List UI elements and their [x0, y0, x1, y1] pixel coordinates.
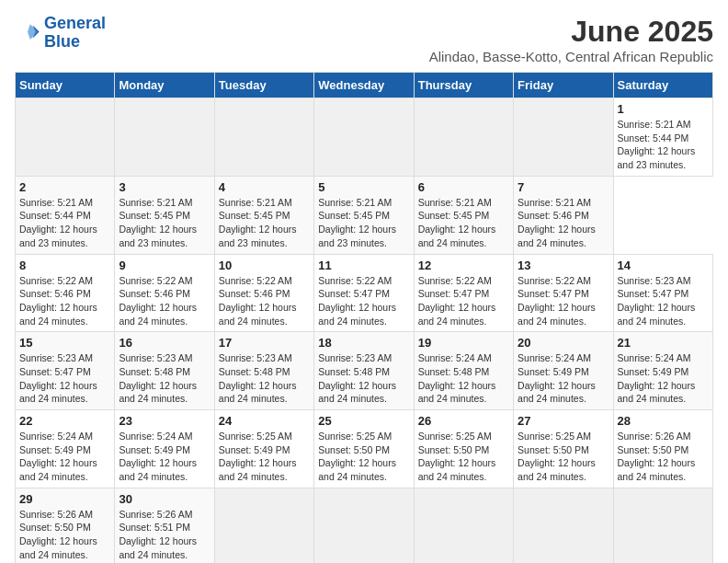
day-info: Sunrise: 5:26 AM Sunset: 5:51 PM Dayligh…	[119, 508, 210, 562]
day-info: Sunrise: 5:23 AM Sunset: 5:47 PM Dayligh…	[618, 274, 709, 328]
calendar-header-thursday: Thursday	[414, 73, 513, 98]
calendar-week-4: 15 Sunrise: 5:23 AM Sunset: 5:47 PM Dayl…	[16, 332, 713, 410]
day-info: Sunrise: 5:24 AM Sunset: 5:49 PM Dayligh…	[119, 430, 210, 484]
day-cell-12: 12 Sunrise: 5:22 AM Sunset: 5:47 PM Dayl…	[414, 254, 513, 332]
day-info: Sunrise: 5:26 AM Sunset: 5:50 PM Dayligh…	[19, 508, 110, 562]
day-info: Sunrise: 5:21 AM Sunset: 5:45 PM Dayligh…	[418, 196, 509, 250]
day-number: 30	[119, 492, 210, 506]
day-number: 1	[618, 102, 709, 116]
empty-cell	[414, 98, 513, 177]
day-number: 24	[219, 414, 310, 428]
day-info: Sunrise: 5:24 AM Sunset: 5:49 PM Dayligh…	[19, 430, 110, 484]
day-info: Sunrise: 5:25 AM Sunset: 5:49 PM Dayligh…	[219, 430, 310, 484]
day-number: 18	[318, 336, 409, 350]
empty-cell	[613, 488, 712, 563]
day-cell-6: 6 Sunrise: 5:21 AM Sunset: 5:45 PM Dayli…	[414, 176, 513, 254]
calendar-header-friday: Friday	[514, 73, 613, 98]
calendar-week-6: 29 Sunrise: 5:26 AM Sunset: 5:50 PM Dayl…	[16, 488, 713, 563]
logo-icon	[15, 20, 40, 46]
day-number: 21	[618, 336, 709, 350]
svg-marker-2	[28, 24, 38, 40]
day-info: Sunrise: 5:22 AM Sunset: 5:47 PM Dayligh…	[318, 274, 409, 328]
day-cell-24: 24 Sunrise: 5:25 AM Sunset: 5:49 PM Dayl…	[214, 410, 313, 488]
day-number: 4	[219, 180, 310, 194]
day-info: Sunrise: 5:24 AM Sunset: 5:49 PM Dayligh…	[618, 351, 709, 406]
logo-text: General Blue	[44, 15, 106, 52]
month-title: June 2025	[429, 15, 713, 49]
day-info: Sunrise: 5:21 AM Sunset: 5:44 PM Dayligh…	[19, 196, 110, 250]
calendar-header-saturday: Saturday	[613, 73, 712, 98]
day-info: Sunrise: 5:22 AM Sunset: 5:46 PM Dayligh…	[119, 274, 210, 328]
day-info: Sunrise: 5:23 AM Sunset: 5:48 PM Dayligh…	[318, 351, 409, 406]
calendar-header-row: SundayMondayTuesdayWednesdayThursdayFrid…	[16, 73, 713, 98]
day-info: Sunrise: 5:21 AM Sunset: 5:44 PM Dayligh…	[618, 118, 709, 172]
day-cell-29: 29 Sunrise: 5:26 AM Sunset: 5:50 PM Dayl…	[16, 488, 115, 563]
day-number: 9	[119, 259, 210, 272]
day-cell-19: 19 Sunrise: 5:24 AM Sunset: 5:48 PM Dayl…	[414, 332, 513, 410]
day-cell-3: 3 Sunrise: 5:21 AM Sunset: 5:45 PM Dayli…	[115, 176, 214, 254]
logo: General Blue	[15, 15, 106, 52]
day-number: 16	[119, 336, 210, 350]
day-info: Sunrise: 5:21 AM Sunset: 5:46 PM Dayligh…	[518, 196, 609, 250]
empty-cell	[414, 488, 513, 563]
day-cell-23: 23 Sunrise: 5:24 AM Sunset: 5:49 PM Dayl…	[115, 410, 214, 488]
day-cell-17: 17 Sunrise: 5:23 AM Sunset: 5:48 PM Dayl…	[214, 332, 313, 410]
day-cell-5: 5 Sunrise: 5:21 AM Sunset: 5:45 PM Dayli…	[314, 176, 414, 254]
day-number: 19	[418, 336, 509, 350]
empty-cell	[214, 488, 313, 563]
empty-cell	[314, 488, 414, 563]
day-info: Sunrise: 5:24 AM Sunset: 5:49 PM Dayligh…	[518, 351, 609, 406]
day-cell-18: 18 Sunrise: 5:23 AM Sunset: 5:48 PM Dayl…	[314, 332, 414, 410]
calendar-header-monday: Monday	[115, 73, 214, 98]
day-info: Sunrise: 5:22 AM Sunset: 5:46 PM Dayligh…	[19, 274, 110, 328]
day-number: 11	[318, 259, 409, 272]
day-number: 10	[219, 259, 310, 272]
day-number: 23	[119, 414, 210, 428]
day-cell-16: 16 Sunrise: 5:23 AM Sunset: 5:48 PM Dayl…	[115, 332, 214, 410]
day-cell-2: 2 Sunrise: 5:21 AM Sunset: 5:44 PM Dayli…	[16, 176, 115, 254]
day-cell-8: 8 Sunrise: 5:22 AM Sunset: 5:46 PM Dayli…	[16, 254, 115, 332]
day-cell-15: 15 Sunrise: 5:23 AM Sunset: 5:47 PM Dayl…	[16, 332, 115, 410]
day-cell-1: 1 Sunrise: 5:21 AM Sunset: 5:44 PM Dayli…	[613, 98, 712, 177]
day-info: Sunrise: 5:22 AM Sunset: 5:47 PM Dayligh…	[518, 274, 609, 328]
day-info: Sunrise: 5:21 AM Sunset: 5:45 PM Dayligh…	[119, 196, 210, 250]
day-cell-11: 11 Sunrise: 5:22 AM Sunset: 5:47 PM Dayl…	[314, 254, 414, 332]
day-number: 5	[318, 180, 409, 194]
calendar-week-2: 2 Sunrise: 5:21 AM Sunset: 5:44 PM Dayli…	[16, 176, 713, 254]
day-cell-25: 25 Sunrise: 5:25 AM Sunset: 5:50 PM Dayl…	[314, 410, 414, 488]
day-number: 3	[119, 180, 210, 194]
day-info: Sunrise: 5:25 AM Sunset: 5:50 PM Dayligh…	[518, 430, 609, 484]
day-cell-13: 13 Sunrise: 5:22 AM Sunset: 5:47 PM Dayl…	[514, 254, 613, 332]
day-cell-21: 21 Sunrise: 5:24 AM Sunset: 5:49 PM Dayl…	[613, 332, 712, 410]
empty-cell	[16, 98, 115, 177]
day-number: 29	[19, 492, 110, 506]
calendar-header-tuesday: Tuesday	[214, 73, 313, 98]
day-cell-4: 4 Sunrise: 5:21 AM Sunset: 5:45 PM Dayli…	[214, 176, 313, 254]
day-info: Sunrise: 5:23 AM Sunset: 5:47 PM Dayligh…	[19, 351, 110, 406]
calendar-table: SundayMondayTuesdayWednesdayThursdayFrid…	[15, 72, 713, 563]
day-number: 22	[19, 414, 110, 428]
location-title: Alindao, Basse-Kotto, Central African Re…	[429, 49, 713, 64]
day-cell-9: 9 Sunrise: 5:22 AM Sunset: 5:46 PM Dayli…	[115, 254, 214, 332]
title-area: June 2025 Alindao, Basse-Kotto, Central …	[429, 15, 713, 64]
day-cell-20: 20 Sunrise: 5:24 AM Sunset: 5:49 PM Dayl…	[514, 332, 613, 410]
day-cell-28: 28 Sunrise: 5:26 AM Sunset: 5:50 PM Dayl…	[613, 410, 712, 488]
day-number: 6	[418, 180, 509, 194]
header: General Blue June 2025 Alindao, Basse-Ko…	[15, 15, 713, 64]
day-cell-7: 7 Sunrise: 5:21 AM Sunset: 5:46 PM Dayli…	[514, 176, 613, 254]
day-info: Sunrise: 5:24 AM Sunset: 5:48 PM Dayligh…	[418, 351, 509, 406]
day-number: 2	[19, 180, 110, 194]
empty-cell	[514, 98, 613, 177]
day-info: Sunrise: 5:23 AM Sunset: 5:48 PM Dayligh…	[219, 351, 310, 406]
day-number: 14	[618, 259, 709, 272]
day-cell-26: 26 Sunrise: 5:25 AM Sunset: 5:50 PM Dayl…	[414, 410, 513, 488]
day-cell-22: 22 Sunrise: 5:24 AM Sunset: 5:49 PM Dayl…	[16, 410, 115, 488]
empty-cell	[214, 98, 313, 177]
day-number: 8	[19, 259, 110, 272]
day-info: Sunrise: 5:21 AM Sunset: 5:45 PM Dayligh…	[219, 196, 310, 250]
day-info: Sunrise: 5:26 AM Sunset: 5:50 PM Dayligh…	[618, 430, 709, 484]
calendar-week-5: 22 Sunrise: 5:24 AM Sunset: 5:49 PM Dayl…	[16, 410, 713, 488]
day-cell-10: 10 Sunrise: 5:22 AM Sunset: 5:46 PM Dayl…	[214, 254, 313, 332]
day-cell-27: 27 Sunrise: 5:25 AM Sunset: 5:50 PM Dayl…	[514, 410, 613, 488]
day-info: Sunrise: 5:22 AM Sunset: 5:46 PM Dayligh…	[219, 274, 310, 328]
